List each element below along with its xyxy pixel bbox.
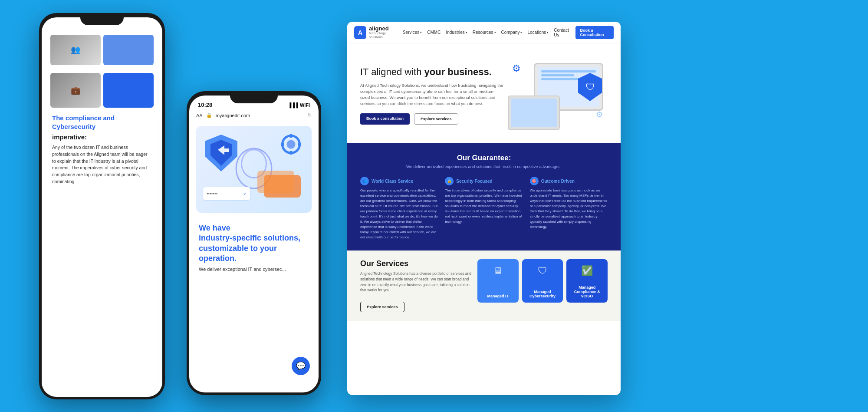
browser-window: A aligned technology solutions Services … (347, 22, 621, 395)
phone-left-content: The compliance and Cybersecurity imperat… (50, 114, 154, 185)
hero-btn-services[interactable]: Explore services (414, 113, 458, 125)
lock-icon: 🔒 (206, 112, 212, 118)
phone-mid-heading-line1: We have (199, 224, 230, 232)
services-body: Aligned Technology Solutions has a diver… (360, 271, 471, 293)
nav-contact[interactable]: Contact Us (554, 28, 570, 37)
services-inner: Our Services Aligned Technology Solution… (360, 259, 608, 312)
hero-title-bold: your business. (424, 66, 492, 77)
logo-text: aligned technology solutions (369, 26, 398, 40)
browser-nav: A aligned technology solutions Services … (347, 22, 621, 43)
svg-point-1 (287, 140, 296, 149)
hero-buttons: Book a consultation Explore services (360, 113, 503, 125)
guarantee-col-2: 🔒 Security Focused The imperatives of cy… (445, 177, 523, 240)
browser-hero: IT aligned with your business. At Aligne… (347, 43, 621, 143)
phone-left-image-grid: 👥 (50, 35, 154, 65)
phone-left-blue-square-1 (103, 35, 154, 65)
nav-services-arrow: ▾ (420, 31, 422, 34)
services-section: Our Services Aligned Technology Solution… (347, 250, 621, 321)
phone-left-heading-bold: imperative: (52, 133, 152, 141)
phone-mid-subtext: We deliver exceptional IT and cybersec..… (199, 266, 309, 273)
guarantee-col-1-body: Our people, who are specifically recruit… (360, 188, 438, 240)
phone-mid-address-bar[interactable]: AA 🔒 myalignedit.com ↻ (189, 111, 319, 122)
svg-rect-4 (281, 143, 284, 146)
nav-services[interactable]: Services ▾ (403, 30, 422, 35)
guarantee-col-1-title: 👥 World Class Service (360, 177, 438, 185)
phone-mid-time: 10:28 (198, 102, 212, 108)
shield-graphic (205, 135, 237, 171)
nav-locations[interactable]: Locations ▾ (527, 30, 549, 35)
wifi-icon: WiFi (300, 102, 310, 108)
svg-rect-3 (289, 151, 293, 155)
service-card-label-3: Managed Compliance & vCISO (566, 285, 608, 298)
card-orange-2 (257, 171, 294, 193)
guarantee-col-1: 👥 World Class Service Our people, who ar… (360, 177, 438, 240)
browser-logo: A aligned technology solutions (354, 26, 398, 40)
nav-resources[interactable]: Resources ▾ (473, 30, 496, 35)
guarantee-col-3-title: 🎯 Outcome Driven (530, 177, 608, 185)
compliance-icon: ✅ (581, 265, 593, 277)
phone-mid-url: myalignedit.com (216, 113, 250, 118)
services-title: Our Services (360, 259, 471, 268)
phone-mid-aa: AA (196, 113, 203, 118)
service-card-compliance: ✅ Managed Compliance & vCISO (566, 259, 608, 303)
svg-rect-5 (298, 143, 301, 146)
guarantee-col-3-body: We appreciate business goals as much as … (530, 188, 608, 230)
guarantee-col-2-body: The imperatives of cyber security and co… (445, 188, 523, 224)
nav-industries-arrow: ▾ (466, 31, 467, 34)
chat-bubble[interactable]: 💬 (292, 357, 310, 375)
screen-line-1 (541, 70, 596, 73)
services-explore-btn[interactable]: Explore services (360, 302, 404, 312)
gear-icon-hero-top: ⚙ (512, 63, 524, 75)
nav-resources-arrow: ▾ (494, 31, 496, 34)
signal-icon: ▐▐▐ (288, 102, 298, 108)
phone-mid-heading-line2: industry-specific solutions, (199, 234, 300, 242)
guarantee-cols: 👥 World Class Service Our people, who ar… (360, 177, 608, 240)
screen-line-2 (541, 74, 574, 76)
phone-mid-content: We have industry-specific solutions, cus… (189, 217, 319, 279)
chat-icon: 💬 (296, 361, 306, 371)
hero-left: IT aligned with your business. At Aligne… (360, 66, 508, 124)
phone-left-screen: 👥 💼 The compliance and Cybersecurity imp… (42, 17, 162, 397)
phone-left-blue-square-2 (103, 73, 154, 108)
nav-company-arrow: ▾ (520, 31, 522, 34)
guarantee-subtitle: We deliver unrivaled experiences and sol… (360, 164, 608, 169)
phone-left-body: Any of the two dozen IT and business pro… (52, 144, 152, 185)
cybersecurity-icon: 🛡 (538, 265, 547, 277)
phone-left-heading-blue: The compliance and Cybersecurity (52, 114, 152, 131)
security-icon: 🔒 (445, 177, 454, 185)
guarantee-section: Our Guarantee: We deliver unrivaled expe… (347, 143, 621, 250)
nav-company[interactable]: Company ▾ (501, 30, 523, 35)
guarantee-col-3: 🎯 Outcome Driven We appreciate business … (530, 177, 608, 240)
phone-mid: 10:28 ▐▐▐ WiFi AA 🔒 myalignedit.com ↻ (187, 91, 321, 395)
phone-left: 👥 💼 The compliance and Cybersecurity imp… (39, 13, 165, 399)
nav-industries[interactable]: Industries ▾ (446, 30, 467, 35)
logo-icon: A (354, 26, 366, 39)
hero-right: ⚙ 🛡 ⚙ (508, 59, 608, 132)
phone-left-photo-2: 💼 (50, 73, 101, 108)
nav-cta-button[interactable]: Book a Consultation (575, 26, 614, 39)
hero-body: At Aligned Technology Solutions, we unde… (360, 82, 503, 107)
gear-graphic (279, 132, 303, 156)
guarantee-col-2-title: 🔒 Security Focused (445, 177, 523, 185)
hero-btn-consultation[interactable]: Book a consultation (360, 113, 410, 125)
outcome-icon: 🎯 (530, 177, 539, 185)
hero-title-normal: IT aligned with (360, 66, 421, 77)
nav-cmmc[interactable]: CMMC (427, 30, 441, 35)
service-card-label-1: Managed IT (485, 294, 512, 298)
managed-it-icon: 🖥 (493, 265, 503, 277)
guarantee-title: Our Guarantee: (360, 154, 608, 162)
phone-mid-heading-bold: customizable to your operation. (199, 244, 277, 263)
laptop-body (508, 96, 560, 130)
refresh-icon[interactable]: ↻ (308, 112, 312, 118)
laptop-screen (511, 99, 557, 127)
phone-left-notch (80, 13, 124, 25)
hero-title: IT aligned with your business. (360, 66, 503, 78)
gear-icon-hero-bottom: ⚙ (596, 110, 605, 119)
service-card-label-2: Managed Cybersecurity (522, 290, 563, 298)
mid-hero-graphic: ●●●●●●● ✔ (196, 126, 312, 213)
service-card-managed-it: 🖥 Managed IT (477, 259, 519, 303)
phone-mid-notch (230, 91, 278, 103)
services-text-col: Our Services Aligned Technology Solution… (360, 259, 471, 312)
svg-rect-2 (289, 134, 293, 138)
password-bar: ●●●●●●● ✔ (203, 187, 250, 201)
